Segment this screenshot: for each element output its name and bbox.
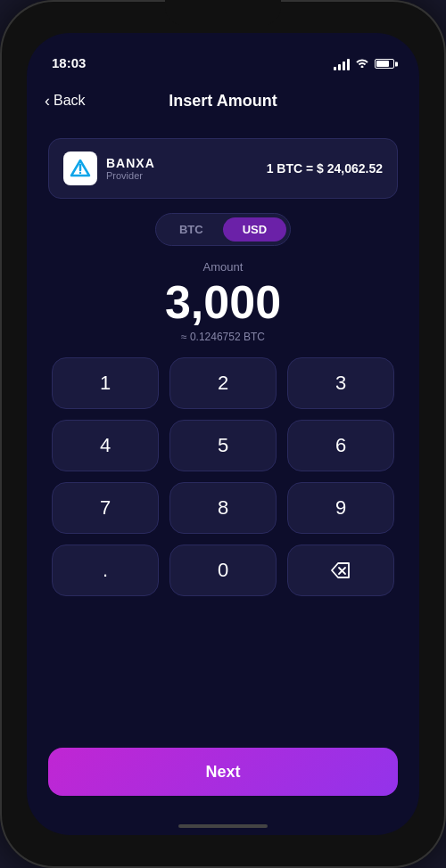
svg-point-2 <box>79 172 81 174</box>
status-time: 18:03 <box>52 55 86 70</box>
btc-currency-button[interactable]: BTC <box>160 217 223 242</box>
wifi-icon <box>355 57 369 70</box>
key-9[interactable]: 9 <box>287 482 394 534</box>
back-label: Back <box>54 93 86 109</box>
currency-toggle: BTC USD <box>155 213 291 246</box>
provider-name: BANXA <box>106 156 155 170</box>
next-button[interactable]: Next <box>48 748 398 796</box>
key-5[interactable]: 5 <box>169 420 277 471</box>
phone-frame: 18:03 ‹ <box>0 0 446 868</box>
header: ‹ Back Insert Amount <box>27 78 419 124</box>
back-button[interactable]: ‹ Back <box>45 92 86 111</box>
next-button-container: Next <box>27 737 419 817</box>
amount-converted: ≈ 0.1246752 BTC <box>181 331 265 343</box>
battery-icon <box>375 59 394 69</box>
status-icons <box>334 57 394 70</box>
amount-display: Amount 3,000 ≈ 0.1246752 BTC <box>48 260 398 343</box>
key-0[interactable]: 0 <box>169 545 277 596</box>
key-3[interactable]: 3 <box>287 357 394 409</box>
content: BANXA Provider 1 BTC = $ 24,062.52 BTC U… <box>27 124 419 737</box>
home-indicator <box>27 817 419 835</box>
back-chevron-icon: ‹ <box>45 92 50 111</box>
provider-card[interactable]: BANXA Provider 1 BTC = $ 24,062.52 <box>48 138 398 199</box>
key-6[interactable]: 6 <box>287 420 394 471</box>
key-1[interactable]: 1 <box>52 357 159 409</box>
phone-screen: 18:03 ‹ <box>27 33 419 835</box>
key-2[interactable]: 2 <box>169 357 277 409</box>
status-bar: 18:03 <box>27 33 419 78</box>
amount-label: Amount <box>203 260 244 274</box>
home-bar <box>178 824 268 828</box>
key-backspace[interactable] <box>287 545 394 596</box>
key-7[interactable]: 7 <box>52 482 159 534</box>
signal-icon <box>334 58 350 70</box>
key-4[interactable]: 4 <box>52 420 159 471</box>
provider-logo <box>63 151 97 185</box>
key-dot[interactable]: . <box>52 545 159 596</box>
page-title: Insert Amount <box>169 92 277 111</box>
keypad: 1 2 3 4 5 6 7 8 9 . 0 <box>48 357 398 596</box>
provider-rate: 1 BTC = $ 24,062.52 <box>267 161 383 176</box>
provider-type-label: Provider <box>106 170 155 181</box>
amount-value: 3,000 <box>165 279 281 325</box>
notch <box>165 0 281 25</box>
provider-info: BANXA Provider <box>106 156 155 181</box>
usd-currency-button[interactable]: USD <box>223 217 286 242</box>
provider-left: BANXA Provider <box>63 151 155 185</box>
key-8[interactable]: 8 <box>169 482 277 534</box>
